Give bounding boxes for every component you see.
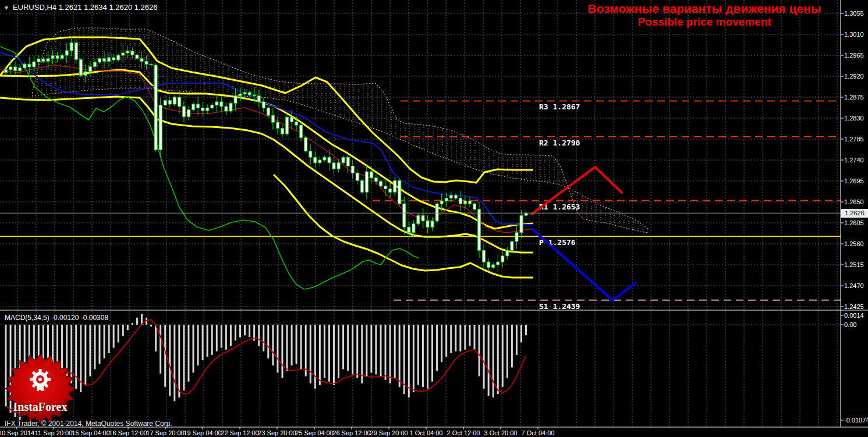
price-tick-label: 1.2650 — [844, 198, 864, 205]
price-tick-label: 1.2605 — [844, 219, 864, 226]
time-tick-label: 10 Sep 2014 — [0, 429, 34, 436]
macd-tick-label: 0.00 — [844, 321, 856, 328]
price-tick-label: 1.2875 — [844, 94, 864, 101]
level-label-S1: S1 1.2439 — [539, 302, 580, 311]
macd-indicator-label: MACD(5,34,5) -0.00120 -0.00308 — [5, 314, 108, 322]
price-chart-canvas[interactable]: R3 1.2867R2 1.2790R1 1.2653P 1.2576S1 1.… — [0, 0, 868, 437]
price-tick-label: 1.2425 — [844, 303, 864, 310]
price-axis: 1.30551.30101.29651.29201.28751.28301.27… — [841, 10, 864, 310]
price-tick-label: 1.3010 — [844, 31, 864, 38]
time-tick-label: 25 Sep 04:00 — [295, 429, 333, 436]
mt4-chart-window: R3 1.2867R2 1.2790R1 1.2653P 1.2576S1 1.… — [0, 0, 868, 437]
time-tick-label: 26 Sep 12:00 — [332, 429, 370, 436]
price-tick-label: 1.2830 — [844, 115, 864, 122]
level-label-R2: R2 1.2790 — [539, 138, 580, 147]
time-tick-label: 17 Sep 20:00 — [146, 429, 184, 436]
price-tick-label: 1.2740 — [844, 157, 864, 164]
symbol-ohlc-text: EURUSD,H4 1.2621 1.2634 1.2620 1.2626 — [13, 3, 158, 12]
current-price-tag: 1.2626 — [841, 209, 868, 218]
time-tick-label: 2 Oct 12:00 — [447, 429, 480, 436]
price-tick-label: 1.2965 — [844, 52, 864, 59]
price-tick-label: 1.2515 — [844, 261, 864, 268]
annotation-ru: Возможные варианты движения цены — [553, 2, 856, 16]
macd-tick-label: 0.0014 — [844, 312, 864, 319]
annotation-en: Possible price movement — [553, 16, 856, 29]
time-tick-label: 16 Sep 12:00 — [109, 429, 147, 436]
price-tick-label: 1.2560 — [844, 240, 864, 247]
instaforex-logo: InstaForex — [2, 351, 78, 427]
time-tick-label: 11 Sep 20:00 — [35, 429, 73, 436]
price-tick-label: 1.2785 — [844, 136, 864, 143]
chevron-down-icon[interactable]: ▼ — [3, 5, 9, 11]
time-tick-label: 1 Oct 04:00 — [410, 429, 443, 436]
time-tick-label: 15 Sep 04:00 — [72, 429, 109, 436]
price-movement-annotation: Возможные варианты движения цены Possibl… — [553, 2, 856, 29]
price-tick-label: 1.2470 — [844, 282, 864, 289]
time-tick-label: 3 Oct 20:00 — [484, 429, 518, 436]
time-tick-label: 23 Sep 20:00 — [258, 429, 296, 436]
time-tick-label: 22 Sep 12:00 — [221, 429, 258, 436]
chart-title-bar: ▼EURUSD,H4 1.2621 1.2634 1.2620 1.2626 — [3, 3, 158, 12]
copyright-text: IFX Trader, © 2001-2014, MetaQuotes Soft… — [5, 420, 172, 428]
level-label-R3: R3 1.2867 — [539, 102, 580, 111]
logo-text: InstaForex — [2, 400, 78, 414]
time-tick-label: 29 Sep 20:00 — [370, 429, 408, 436]
time-tick-label: 7 Oct 04:00 — [522, 429, 555, 436]
price-tick-label: 1.2695 — [844, 177, 864, 184]
time-tick-label: 19 Sep 04:00 — [183, 429, 221, 436]
logo-starburst — [2, 351, 78, 427]
macd-tick-label: -0.01074 — [844, 417, 868, 424]
price-tick-label: 1.2920 — [844, 73, 864, 80]
